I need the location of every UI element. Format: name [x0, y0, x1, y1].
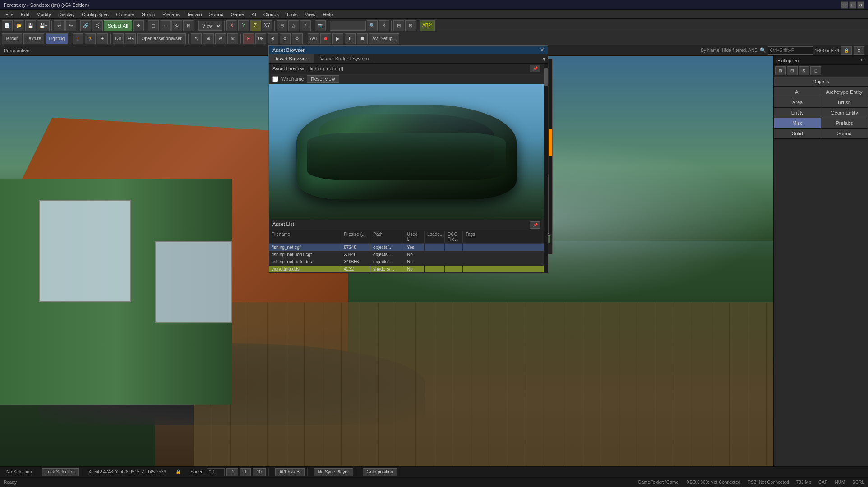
thumb-scrollbar[interactable]: [549, 59, 552, 234]
freeze-button[interactable]: ❄: [227, 33, 238, 44]
texture-button[interactable]: Texture: [23, 33, 45, 44]
camera-button[interactable]: 📷: [315, 20, 326, 31]
find-input[interactable]: [768, 46, 813, 55]
obj-area-button[interactable]: Area: [774, 97, 821, 107]
save-as-button[interactable]: 💾+: [37, 20, 50, 31]
obj-brush-button[interactable]: Brush: [821, 97, 868, 107]
menu-view[interactable]: View: [301, 11, 319, 18]
obj-sound-button[interactable]: Sound: [821, 129, 868, 138]
goto-position-button[interactable]: Goto position: [363, 468, 397, 476]
play-button[interactable]: ▶: [332, 33, 343, 44]
menu-tools[interactable]: Tools: [282, 11, 301, 18]
layer2-button[interactable]: ⊠: [405, 20, 416, 31]
obj-misc-button[interactable]: Misc: [774, 118, 821, 128]
search-button[interactable]: 🔍: [367, 20, 378, 31]
f-button[interactable]: F: [243, 33, 254, 44]
scroll-handle[interactable]: [544, 68, 548, 86]
menu-modify[interactable]: Modify: [33, 11, 55, 18]
menu-clouds[interactable]: Clouds: [260, 11, 282, 18]
view-dropdown[interactable]: View: [198, 21, 222, 31]
terrain-button[interactable]: Terrain: [2, 33, 22, 44]
reset-view-button[interactable]: Reset view: [307, 75, 339, 83]
run-button[interactable]: 🏃: [85, 33, 96, 44]
new-button[interactable]: 📄: [2, 20, 13, 31]
rp-btn2[interactable]: ⊟: [787, 66, 798, 75]
menu-sound[interactable]: Sound: [206, 11, 227, 18]
asset-row-0[interactable]: fishing_net.cgf 87248 objects/... Yes: [269, 244, 544, 251]
redo-button[interactable]: ↪: [65, 20, 76, 31]
obj-geom-button[interactable]: Geom Entity: [821, 108, 868, 118]
person-button[interactable]: 🚶: [73, 33, 83, 44]
fly-button[interactable]: ✈: [97, 33, 108, 44]
avi-button[interactable]: AVI: [308, 33, 319, 44]
open-button[interactable]: 📂: [14, 20, 24, 31]
stop-button[interactable]: ⏹: [357, 33, 368, 44]
wireframe-checkbox[interactable]: [272, 76, 278, 82]
tab-visual-budget[interactable]: Visual Budget System: [314, 54, 375, 63]
ai-physics-button[interactable]: AI/Physics: [275, 468, 305, 476]
z-axis-button[interactable]: Z: [250, 20, 261, 31]
obj-solid-button[interactable]: Solid: [774, 129, 821, 138]
obj-prefabs-button[interactable]: Prefabs: [821, 118, 868, 128]
clear-button[interactable]: ✕: [379, 20, 389, 31]
link-button[interactable]: 🔗: [80, 20, 91, 31]
no-sync-player-button[interactable]: No Sync Player: [314, 468, 353, 476]
gear3-button[interactable]: ⚙: [292, 33, 303, 44]
speed-input[interactable]: [207, 468, 225, 476]
rotate-button[interactable]: ↻: [171, 20, 182, 31]
view-lock-button[interactable]: 🔒: [841, 46, 852, 55]
unlink-button[interactable]: ⛓: [92, 20, 103, 31]
ab2-button[interactable]: AB2*: [420, 20, 435, 31]
grid-button[interactable]: ⊞: [277, 20, 287, 31]
pointer-button[interactable]: ↖: [191, 33, 202, 44]
lock-selection-button[interactable]: Lock Selection: [42, 468, 79, 476]
obj-ai-button[interactable]: AI: [774, 87, 821, 97]
select-object-button[interactable]: ◻: [148, 20, 159, 31]
asset-list-pin-button[interactable]: 📌: [530, 221, 540, 229]
rollupbar-close-icon[interactable]: ✕: [860, 57, 864, 63]
speed-btn1[interactable]: .1: [226, 468, 238, 476]
speed-btn2[interactable]: 1: [240, 468, 251, 476]
menu-prefabs[interactable]: Prefabs: [159, 11, 183, 18]
rp-btn1[interactable]: ⊞: [775, 66, 786, 75]
rp-btn3[interactable]: ⊠: [799, 66, 809, 75]
ab-collapse-btn[interactable]: ▾: [543, 54, 546, 63]
menu-group[interactable]: Group: [138, 11, 159, 18]
x-axis-button[interactable]: X: [226, 20, 237, 31]
fg-button[interactable]: FG: [125, 33, 136, 44]
asset-row-1[interactable]: fishing_net_lod1.cgf 23448 objects/... N…: [269, 251, 544, 258]
search-field[interactable]: [330, 21, 366, 31]
menu-terrain[interactable]: Terrain: [183, 11, 206, 18]
menu-console[interactable]: Console: [112, 11, 138, 18]
save-button[interactable]: 💾: [25, 20, 36, 31]
view-settings-button[interactable]: ⚙: [854, 46, 864, 55]
avi-setup-button[interactable]: AVI Setup...: [369, 33, 399, 44]
thumb-scroll-handle[interactable]: [549, 129, 552, 156]
angle-snap-button[interactable]: ∠: [300, 20, 311, 31]
obj-entity-button[interactable]: Entity: [774, 108, 821, 118]
rp-btn4[interactable]: ◻: [810, 66, 821, 75]
pause-button[interactable]: ⏸: [345, 33, 356, 44]
attach-button[interactable]: ⊕: [203, 33, 214, 44]
menu-config-spec[interactable]: Config Spec: [78, 11, 112, 18]
rec-button[interactable]: ⏺: [320, 33, 331, 44]
menu-game[interactable]: Game: [227, 11, 248, 18]
gear2-button[interactable]: ⚙: [280, 33, 291, 44]
menu-help[interactable]: Help: [319, 11, 337, 18]
xy-button[interactable]: XY: [262, 20, 272, 31]
tab-asset-browser[interactable]: Asset Browser: [269, 54, 314, 63]
undo-button[interactable]: ↩: [54, 20, 65, 31]
asset-browser-close-icon[interactable]: ✕: [540, 47, 544, 53]
asset-list-scrollbar[interactable]: [544, 64, 548, 273]
snap-button[interactable]: △: [288, 20, 299, 31]
move-object-button[interactable]: ↔: [160, 20, 171, 31]
menu-edit[interactable]: Edit: [17, 11, 33, 18]
speed-btn3[interactable]: 10: [253, 468, 266, 476]
maximize-button[interactable]: □: [849, 1, 856, 9]
menu-ai[interactable]: AI: [248, 11, 259, 18]
scale-button[interactable]: ⊞: [183, 20, 194, 31]
db-button[interactable]: DB: [113, 33, 124, 44]
open-asset-browser-button[interactable]: Open asset browser: [137, 33, 186, 44]
3d-preview[interactable]: [269, 84, 544, 220]
preview-pin-button[interactable]: 📌: [530, 65, 540, 72]
